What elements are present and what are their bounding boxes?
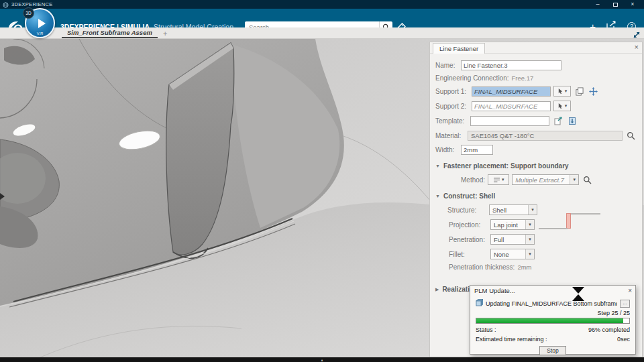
plm-eta-label: Estimated time remaining : [476,336,547,343]
plm-updating-text: Updating FINAL_MIDSURFACE Bottom subfram… [486,300,617,307]
new-tab-button[interactable]: + [163,29,167,38]
support2-selector-dropdown[interactable]: ▾ [553,101,571,111]
chevron-down-icon: ▾ [528,205,537,215]
template-import-icon[interactable] [566,115,578,126]
window-minimize-button[interactable]: – [589,0,606,9]
plm-eta-value: 0sec [617,336,630,343]
plm-status-label: Status : [476,326,496,333]
projection-label: Projection: [449,221,488,229]
application-window: 3DEXPERIENCE – × 3DEXPERIENCE | SIMULIA … [0,0,644,362]
width-label: Width: [435,146,458,154]
chevron-down-icon: ▾ [565,103,568,109]
template-label: Template: [435,117,468,125]
app-toolbar: 3DEXPERIENCE | SIMULIA Structural Model … [0,9,644,27]
support1-label: Support 1: [435,88,469,95]
compass-vr-label: V.R [26,32,54,36]
method-search-icon[interactable] [582,174,593,185]
plm-update-dialog: PLM Update... × Updating FINAL_MIDSURFAC… [470,285,636,355]
left-panel-expander-icon[interactable] [0,193,5,200]
placement-section-header[interactable]: ▼ Fastener placement: Support boundary [435,162,637,170]
method-value-dropdown[interactable]: Multiple Extract.7 ▾ [512,174,579,185]
projection-value: Lap joint [491,220,525,229]
structure-dropdown[interactable]: Shell ▾ [489,204,537,215]
section-collapse-icon: ▼ [435,194,440,198]
material-label: Material: [435,132,465,139]
plm-stop-button[interactable]: Stop [539,346,566,355]
plm-step-counter: Step 25 / 25 [476,310,630,316]
plm-more-button[interactable]: ... [620,300,630,308]
fillet-label: Fillet: [449,251,488,258]
template-export-icon[interactable] [552,115,564,126]
projection-dropdown[interactable]: Lap joint ▾ [490,219,535,230]
engineering-connection-value: Free.17 [512,74,534,82]
fillet-value: None [491,249,525,259]
bottom-expand-chevron-icon[interactable]: ▴ [321,358,323,362]
panel-close-button[interactable]: × [635,43,639,51]
window-maximize-button[interactable] [606,0,624,9]
compass-3d-badge[interactable]: 3D [23,7,34,19]
plm-progress-bar [476,318,630,324]
penetration-label: Penetration: [449,236,488,243]
fillet-dropdown[interactable]: None ▾ [490,249,535,259]
chevron-down-icon: ▾ [525,220,534,229]
window-close-button[interactable]: × [624,0,641,9]
width-input[interactable] [461,145,493,155]
joint-fastener-bar [566,213,571,229]
lap-joint-diagram [537,208,602,233]
os-titlebar: 3DEXPERIENCE – × [0,0,644,9]
chevron-down-icon: ▾ [570,175,578,184]
support2-label: Support 2: [435,103,469,110]
method-label: Method: [461,176,485,184]
panel-header: Line Fastener × [430,42,642,54]
support2-input[interactable] [472,101,551,111]
section-collapse-icon: ▼ [435,164,440,168]
penetration-thickness-label: Penetration thickness: [449,263,515,271]
penetration-value: Full [491,235,525,244]
chevron-down-icon: ▾ [502,177,504,182]
joint-top-sheet-line [570,213,600,215]
move-support-icon[interactable] [588,86,599,97]
panel-title-tab[interactable]: Line Fastener [433,43,485,54]
joint-bottom-sheet-line [539,228,568,229]
window-maximize-icon [613,3,618,7]
chevron-down-icon: ▾ [525,249,534,259]
method-type-dropdown[interactable]: ▾ [488,174,509,185]
plm-dialog-titlebar: PLM Update... × [470,286,635,296]
section-expand-icon: ▶ [435,287,439,292]
plm-status-value: 96% completed [588,326,630,333]
document-tab-bar: Sim_Front Subframe Assem + [0,27,644,39]
plm-dialog-title: PLM Update... [474,287,515,294]
name-label: Name: [435,62,458,69]
penetration-dropdown[interactable]: Full ▾ [490,234,535,245]
construct-section-title: Construct: Shell [443,192,495,200]
hourglass-busy-icon [572,287,584,301]
penetration-thickness-value: 2mm [517,263,531,271]
engineering-connection-label: Engineering Connection: [435,74,509,82]
placement-section-title: Fastener placement: Support boundary [443,162,569,170]
template-input[interactable] [470,116,549,126]
support1-selector-dropdown[interactable]: ▾ [553,86,571,97]
copy-support-icon[interactable] [574,86,585,97]
material-search-icon[interactable] [625,130,637,141]
play-icon [38,19,46,28]
titlebar-app-name: 3DEXPERIENCE [11,1,53,7]
part-icon [476,299,483,308]
support1-input[interactable] [472,86,551,97]
chevron-down-icon: ▾ [525,235,534,244]
plm-close-button[interactable]: × [628,287,632,294]
construct-section-header[interactable]: ▼ Construct: Shell [435,192,637,200]
tab-sim-front-subframe[interactable]: Sim_Front Subframe Assem [62,27,158,38]
material-value-field[interactable]: SAE1045 Q&T -180°C [468,131,623,141]
structure-label: Structure: [447,206,486,214]
bottom-status-bar: ▴ [0,357,644,362]
method-value: Multiple Extract.7 [513,175,570,184]
3d-compass[interactable]: 3D V.R [25,8,55,38]
plm-progress-fill [476,318,623,323]
structure-value: Shell [490,205,528,215]
name-input[interactable] [461,60,561,70]
chevron-down-icon: ▾ [565,88,568,94]
